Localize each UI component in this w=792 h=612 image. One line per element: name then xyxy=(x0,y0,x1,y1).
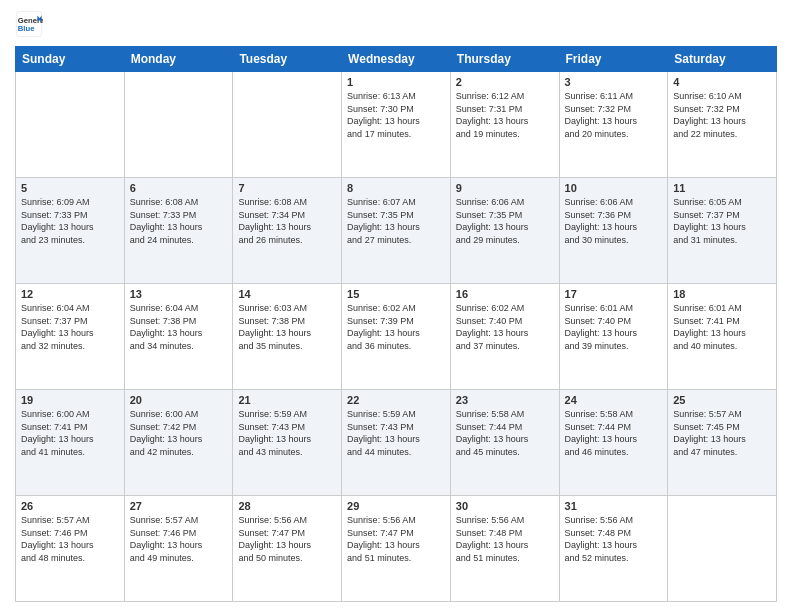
calendar-cell: 21Sunrise: 5:59 AM Sunset: 7:43 PM Dayli… xyxy=(233,390,342,496)
day-number: 10 xyxy=(565,182,663,194)
day-number: 17 xyxy=(565,288,663,300)
day-info: Sunrise: 6:11 AM Sunset: 7:32 PM Dayligh… xyxy=(565,90,663,140)
calendar-cell: 10Sunrise: 6:06 AM Sunset: 7:36 PM Dayli… xyxy=(559,178,668,284)
day-info: Sunrise: 6:13 AM Sunset: 7:30 PM Dayligh… xyxy=(347,90,445,140)
day-info: Sunrise: 6:08 AM Sunset: 7:34 PM Dayligh… xyxy=(238,196,336,246)
day-info: Sunrise: 6:02 AM Sunset: 7:40 PM Dayligh… xyxy=(456,302,554,352)
day-info: Sunrise: 6:05 AM Sunset: 7:37 PM Dayligh… xyxy=(673,196,771,246)
day-number: 9 xyxy=(456,182,554,194)
day-number: 16 xyxy=(456,288,554,300)
calendar-cell: 14Sunrise: 6:03 AM Sunset: 7:38 PM Dayli… xyxy=(233,284,342,390)
day-number: 29 xyxy=(347,500,445,512)
day-number: 8 xyxy=(347,182,445,194)
calendar-cell: 15Sunrise: 6:02 AM Sunset: 7:39 PM Dayli… xyxy=(342,284,451,390)
calendar-cell: 12Sunrise: 6:04 AM Sunset: 7:37 PM Dayli… xyxy=(16,284,125,390)
day-header-saturday: Saturday xyxy=(668,47,777,72)
day-info: Sunrise: 5:56 AM Sunset: 7:47 PM Dayligh… xyxy=(347,514,445,564)
calendar-cell: 30Sunrise: 5:56 AM Sunset: 7:48 PM Dayli… xyxy=(450,496,559,602)
calendar-cell: 17Sunrise: 6:01 AM Sunset: 7:40 PM Dayli… xyxy=(559,284,668,390)
day-info: Sunrise: 5:58 AM Sunset: 7:44 PM Dayligh… xyxy=(456,408,554,458)
calendar-cell: 2Sunrise: 6:12 AM Sunset: 7:31 PM Daylig… xyxy=(450,72,559,178)
calendar-cell: 26Sunrise: 5:57 AM Sunset: 7:46 PM Dayli… xyxy=(16,496,125,602)
header: General Blue xyxy=(15,10,777,38)
day-number: 25 xyxy=(673,394,771,406)
day-info: Sunrise: 5:57 AM Sunset: 7:46 PM Dayligh… xyxy=(21,514,119,564)
day-info: Sunrise: 6:02 AM Sunset: 7:39 PM Dayligh… xyxy=(347,302,445,352)
day-info: Sunrise: 5:56 AM Sunset: 7:48 PM Dayligh… xyxy=(456,514,554,564)
calendar-week-1: 1Sunrise: 6:13 AM Sunset: 7:30 PM Daylig… xyxy=(16,72,777,178)
day-number: 31 xyxy=(565,500,663,512)
calendar-week-4: 19Sunrise: 6:00 AM Sunset: 7:41 PM Dayli… xyxy=(16,390,777,496)
day-number: 24 xyxy=(565,394,663,406)
day-header-thursday: Thursday xyxy=(450,47,559,72)
day-info: Sunrise: 5:59 AM Sunset: 7:43 PM Dayligh… xyxy=(347,408,445,458)
day-number: 14 xyxy=(238,288,336,300)
day-header-tuesday: Tuesday xyxy=(233,47,342,72)
day-number: 4 xyxy=(673,76,771,88)
day-number: 18 xyxy=(673,288,771,300)
day-info: Sunrise: 6:09 AM Sunset: 7:33 PM Dayligh… xyxy=(21,196,119,246)
calendar-cell: 29Sunrise: 5:56 AM Sunset: 7:47 PM Dayli… xyxy=(342,496,451,602)
page: General Blue SundayMondayTuesdayWednesda… xyxy=(0,0,792,612)
calendar-cell: 3Sunrise: 6:11 AM Sunset: 7:32 PM Daylig… xyxy=(559,72,668,178)
day-number: 19 xyxy=(21,394,119,406)
day-number: 13 xyxy=(130,288,228,300)
calendar: SundayMondayTuesdayWednesdayThursdayFrid… xyxy=(15,46,777,602)
calendar-cell: 9Sunrise: 6:06 AM Sunset: 7:35 PM Daylig… xyxy=(450,178,559,284)
calendar-cell: 8Sunrise: 6:07 AM Sunset: 7:35 PM Daylig… xyxy=(342,178,451,284)
calendar-cell: 28Sunrise: 5:56 AM Sunset: 7:47 PM Dayli… xyxy=(233,496,342,602)
day-info: Sunrise: 5:56 AM Sunset: 7:47 PM Dayligh… xyxy=(238,514,336,564)
calendar-cell: 20Sunrise: 6:00 AM Sunset: 7:42 PM Dayli… xyxy=(124,390,233,496)
day-info: Sunrise: 5:57 AM Sunset: 7:46 PM Dayligh… xyxy=(130,514,228,564)
day-header-sunday: Sunday xyxy=(16,47,125,72)
day-info: Sunrise: 6:03 AM Sunset: 7:38 PM Dayligh… xyxy=(238,302,336,352)
day-number: 5 xyxy=(21,182,119,194)
day-info: Sunrise: 6:01 AM Sunset: 7:41 PM Dayligh… xyxy=(673,302,771,352)
calendar-cell: 7Sunrise: 6:08 AM Sunset: 7:34 PM Daylig… xyxy=(233,178,342,284)
calendar-week-2: 5Sunrise: 6:09 AM Sunset: 7:33 PM Daylig… xyxy=(16,178,777,284)
calendar-cell: 27Sunrise: 5:57 AM Sunset: 7:46 PM Dayli… xyxy=(124,496,233,602)
calendar-cell: 1Sunrise: 6:13 AM Sunset: 7:30 PM Daylig… xyxy=(342,72,451,178)
day-number: 20 xyxy=(130,394,228,406)
day-info: Sunrise: 6:00 AM Sunset: 7:41 PM Dayligh… xyxy=(21,408,119,458)
calendar-header-row: SundayMondayTuesdayWednesdayThursdayFrid… xyxy=(16,47,777,72)
calendar-cell: 13Sunrise: 6:04 AM Sunset: 7:38 PM Dayli… xyxy=(124,284,233,390)
day-info: Sunrise: 5:59 AM Sunset: 7:43 PM Dayligh… xyxy=(238,408,336,458)
day-number: 3 xyxy=(565,76,663,88)
calendar-cell: 31Sunrise: 5:56 AM Sunset: 7:48 PM Dayli… xyxy=(559,496,668,602)
calendar-cell: 18Sunrise: 6:01 AM Sunset: 7:41 PM Dayli… xyxy=(668,284,777,390)
day-number: 11 xyxy=(673,182,771,194)
calendar-cell: 22Sunrise: 5:59 AM Sunset: 7:43 PM Dayli… xyxy=(342,390,451,496)
calendar-week-5: 26Sunrise: 5:57 AM Sunset: 7:46 PM Dayli… xyxy=(16,496,777,602)
day-info: Sunrise: 6:06 AM Sunset: 7:35 PM Dayligh… xyxy=(456,196,554,246)
calendar-cell: 25Sunrise: 5:57 AM Sunset: 7:45 PM Dayli… xyxy=(668,390,777,496)
day-info: Sunrise: 6:10 AM Sunset: 7:32 PM Dayligh… xyxy=(673,90,771,140)
calendar-week-3: 12Sunrise: 6:04 AM Sunset: 7:37 PM Dayli… xyxy=(16,284,777,390)
svg-text:Blue: Blue xyxy=(18,24,35,33)
day-header-wednesday: Wednesday xyxy=(342,47,451,72)
day-number: 12 xyxy=(21,288,119,300)
calendar-cell: 23Sunrise: 5:58 AM Sunset: 7:44 PM Dayli… xyxy=(450,390,559,496)
day-info: Sunrise: 6:06 AM Sunset: 7:36 PM Dayligh… xyxy=(565,196,663,246)
day-number: 2 xyxy=(456,76,554,88)
day-info: Sunrise: 6:07 AM Sunset: 7:35 PM Dayligh… xyxy=(347,196,445,246)
day-number: 6 xyxy=(130,182,228,194)
day-info: Sunrise: 5:56 AM Sunset: 7:48 PM Dayligh… xyxy=(565,514,663,564)
calendar-cell: 16Sunrise: 6:02 AM Sunset: 7:40 PM Dayli… xyxy=(450,284,559,390)
calendar-cell: 4Sunrise: 6:10 AM Sunset: 7:32 PM Daylig… xyxy=(668,72,777,178)
day-number: 26 xyxy=(21,500,119,512)
day-number: 23 xyxy=(456,394,554,406)
day-header-friday: Friday xyxy=(559,47,668,72)
day-number: 7 xyxy=(238,182,336,194)
calendar-cell xyxy=(233,72,342,178)
calendar-cell: 5Sunrise: 6:09 AM Sunset: 7:33 PM Daylig… xyxy=(16,178,125,284)
calendar-cell xyxy=(124,72,233,178)
calendar-cell: 11Sunrise: 6:05 AM Sunset: 7:37 PM Dayli… xyxy=(668,178,777,284)
day-number: 28 xyxy=(238,500,336,512)
day-number: 22 xyxy=(347,394,445,406)
day-number: 21 xyxy=(238,394,336,406)
calendar-cell xyxy=(668,496,777,602)
day-info: Sunrise: 6:01 AM Sunset: 7:40 PM Dayligh… xyxy=(565,302,663,352)
day-number: 30 xyxy=(456,500,554,512)
day-info: Sunrise: 6:00 AM Sunset: 7:42 PM Dayligh… xyxy=(130,408,228,458)
